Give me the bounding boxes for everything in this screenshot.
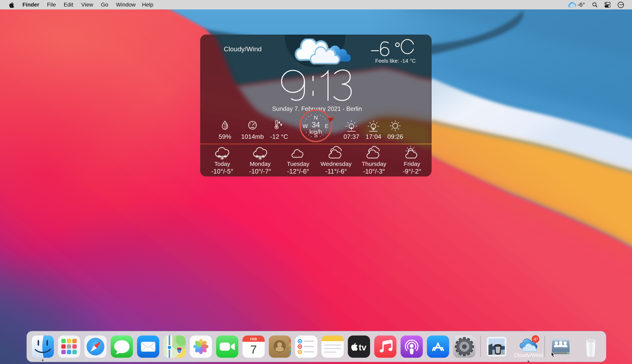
- svg-text:Sunday 7. February 2021 - Be: Sunday 7. February 2021 - Berlin: [272, 105, 362, 112]
- svg-text:Tuesday: Tuesday: [287, 160, 309, 167]
- svg-text:tv: tv: [359, 342, 367, 352]
- svg-text:-12 °C: -12 °C: [270, 133, 288, 140]
- svg-text:Cloudy/Wind: Cloudy/Wind: [224, 45, 262, 53]
- svg-text:FEB: FEB: [250, 337, 257, 341]
- svg-text:-12°/-6°: -12°/-6°: [287, 168, 309, 175]
- svg-text:-9°/-2°: -9°/-2°: [403, 168, 421, 175]
- svg-text:W: W: [303, 123, 308, 129]
- svg-text:Wednesday: Wednesday: [321, 160, 352, 167]
- svg-text:280: 280: [177, 350, 181, 352]
- svg-text:07:37: 07:37: [344, 133, 359, 140]
- svg-text:Cloudy/Wind: Cloudy/Wind: [514, 352, 543, 358]
- svg-text:-6°: -6°: [533, 337, 538, 341]
- svg-text:Feels like: -14 °C: Feels like: -14 °C: [375, 58, 416, 64]
- svg-text:Today: Today: [214, 160, 230, 167]
- svg-text:Friday: Friday: [404, 160, 420, 167]
- svg-text:N: N: [314, 114, 318, 121]
- svg-text:7: 7: [250, 343, 257, 356]
- svg-text:km/h: km/h: [309, 128, 322, 135]
- svg-text:E: E: [325, 123, 329, 129]
- svg-text:Monday: Monday: [250, 160, 271, 167]
- svg-text:-10°/-3°: -10°/-3°: [363, 168, 385, 175]
- svg-text:17:04: 17:04: [366, 133, 381, 140]
- svg-text:59%: 59%: [219, 133, 231, 140]
- svg-text:1014mb: 1014mb: [241, 133, 264, 140]
- svg-text:-10°/-7°: -10°/-7°: [249, 168, 271, 175]
- svg-text:Thursday: Thursday: [362, 160, 386, 167]
- svg-text:34: 34: [312, 121, 320, 129]
- svg-text:-10°/-5°: -10°/-5°: [211, 168, 233, 175]
- svg-text:-11°/-6°: -11°/-6°: [325, 168, 347, 175]
- svg-text:09:26: 09:26: [387, 133, 403, 140]
